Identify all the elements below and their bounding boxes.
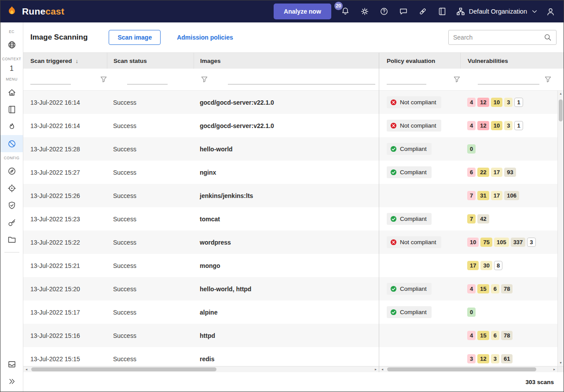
integrations-button[interactable]	[415, 4, 431, 19]
vertical-scrollbar[interactable]: ▴ ▾	[557, 91, 564, 366]
sidebar-item-image-scanning[interactable]	[0, 135, 23, 152]
scroll-left-arrow[interactable]: ◂	[23, 366, 29, 373]
vuln-badge-medium: 15	[477, 331, 489, 340]
filter-input-policy-evaluation[interactable]	[387, 75, 426, 84]
chevron-down-icon	[531, 8, 538, 15]
table-row[interactable]: 73117106	[379, 184, 564, 207]
vuln-badge-low: 3	[491, 354, 499, 363]
notifications-button[interactable]: 20	[337, 4, 353, 19]
table-row[interactable]: Compliant415678	[379, 277, 564, 300]
table-row[interactable]: 415678	[379, 324, 564, 347]
scrollbar-thumb[interactable]	[559, 99, 563, 121]
table-row[interactable]: Compliant0	[379, 137, 564, 161]
scroll-right-arrow[interactable]: ▸	[551, 366, 557, 373]
scrollbar-track[interactable]	[385, 366, 551, 372]
column-header-images[interactable]: Images	[194, 53, 379, 69]
policy-label: Not compliant	[400, 122, 436, 129]
table-row[interactable]: 13-Jul-2022 15:20Successhello-world, htt…	[23, 277, 379, 300]
horizontal-scrollbar-right[interactable]: ◂ ▸	[379, 366, 557, 372]
column-header-scan-triggered[interactable]: Scan triggered ↓	[23, 53, 107, 69]
organization-icon	[456, 7, 465, 16]
sidebar-context-count[interactable]: 1	[10, 65, 14, 73]
column-header-vulnerabilities[interactable]: Vulnerabilities	[460, 53, 564, 69]
filter-input-scan-triggered[interactable]	[30, 75, 71, 84]
table-row[interactable]: 13-Jul-2022 15:16Successhttpd	[23, 324, 379, 347]
user-menu-button[interactable]	[542, 4, 558, 19]
analyze-now-button[interactable]: Analyze now	[274, 4, 331, 19]
table-row[interactable]: 13-Jul-2022 15:26Successjenkins/jenkins:…	[23, 184, 379, 207]
sidebar-item-flame[interactable]	[0, 118, 23, 135]
table-row[interactable]: 13-Jul-2022 16:14Successgocd/gocd-server…	[23, 114, 379, 137]
sidebar-item-globe[interactable]	[0, 36, 23, 53]
sidebar-item-key[interactable]	[0, 214, 23, 231]
table-row[interactable]: Compliant0	[379, 300, 564, 324]
scrollbar-track[interactable]	[558, 97, 564, 360]
table-row[interactable]: Not compliant10751053373	[379, 231, 564, 254]
footer-bar: 303 scans	[23, 372, 564, 392]
filter-funnel-icon[interactable]	[545, 76, 551, 83]
scroll-left-arrow[interactable]: ◂	[379, 366, 385, 373]
table-row[interactable]: Not compliant4121031	[379, 114, 564, 137]
table-row[interactable]: 13-Jul-2022 15:22Successwordpress	[23, 231, 379, 254]
brand-name: Runecast	[22, 6, 64, 17]
table-row[interactable]: 13-Jul-2022 15:23Successtomcat	[23, 207, 379, 231]
scroll-up-arrow[interactable]: ▴	[558, 91, 564, 97]
vuln-badge-medium: 22	[477, 168, 489, 177]
vuln-badge-low: 6	[491, 284, 499, 293]
filter-input-vulnerabilities[interactable]	[478, 75, 539, 84]
org-selector[interactable]: Default Organization	[456, 7, 538, 16]
table-row[interactable]: 13-Jul-2022 16:14Successgocd/gocd-server…	[23, 91, 379, 114]
table-row[interactable]: 13-Jul-2022 15:21Successmongo	[23, 254, 379, 277]
scrollbar-track[interactable]	[29, 366, 373, 372]
settings-button[interactable]	[357, 4, 373, 19]
sidebar-item-home[interactable]	[0, 84, 23, 101]
sort-desc-icon: ↓	[76, 58, 79, 64]
filter-input-images[interactable]	[228, 75, 375, 84]
sidebar-item-catalog[interactable]	[0, 101, 23, 118]
vuln-badge-medium: 17	[467, 261, 479, 270]
table-row[interactable]: Compliant742	[379, 207, 564, 231]
table-row[interactable]: 13-Jul-2022 15:27Successnginx	[23, 161, 379, 184]
vuln-badge-critical: 3	[467, 354, 476, 363]
filter-cell-scan-triggered	[23, 69, 107, 90]
horizontal-scrollbar-left[interactable]: ◂ ▸	[23, 366, 379, 372]
help-button[interactable]	[376, 4, 392, 19]
sidebar-expand-button[interactable]	[0, 373, 23, 390]
table-row[interactable]: 13-Jul-2022 15:28Successhello-world	[23, 137, 379, 161]
table-row[interactable]: 13-Jul-2022 15:17Successalpine	[23, 300, 379, 324]
sidebar-item-shield[interactable]	[0, 197, 23, 214]
table-row[interactable]: 13-Jul-2022 15:15Successredis	[23, 347, 379, 366]
sidebar-item-target[interactable]	[0, 180, 23, 197]
vuln-badge-zero: 0	[467, 144, 476, 154]
tab-scan-image[interactable]: Scan image	[109, 30, 161, 45]
filter-funnel-icon[interactable]	[454, 76, 460, 83]
column-header-policy-evaluation[interactable]: Policy evaluation	[379, 53, 460, 69]
tab-admission-policies[interactable]: Admission policies	[170, 30, 240, 45]
feedback-button[interactable]	[396, 4, 411, 19]
policy-chip: Compliant	[387, 283, 432, 295]
scrollbar-thumb[interactable]	[31, 367, 216, 371]
left-rows: 13-Jul-2022 16:14Successgocd/gocd-server…	[23, 91, 379, 366]
sidebar-item-inbox[interactable]	[0, 355, 23, 373]
filter-input-scan-status[interactable]	[127, 75, 168, 84]
runecast-brand[interactable]: Runecast	[6, 5, 64, 18]
docs-button[interactable]	[434, 4, 450, 19]
scroll-right-arrow[interactable]: ▸	[373, 366, 379, 373]
scroll-down-arrow[interactable]: ▾	[558, 360, 564, 366]
cell-scan-triggered: 13-Jul-2022 15:28	[23, 146, 107, 153]
table-row[interactable]: Compliant6221793	[379, 161, 564, 184]
sidebar-item-compass[interactable]	[0, 162, 23, 180]
scrollbar-thumb[interactable]	[387, 367, 536, 371]
search-box[interactable]	[448, 30, 557, 45]
search-input[interactable]	[453, 34, 544, 41]
sidebar-menu-label: MENU	[6, 77, 18, 81]
column-header-scan-status[interactable]: Scan status	[107, 53, 194, 69]
cell-policy-evaluation: Compliant	[379, 166, 460, 178]
filter-funnel-icon[interactable]	[100, 76, 107, 83]
table-row[interactable]: 17308	[379, 254, 564, 277]
table-row[interactable]: Not compliant4121031	[379, 91, 564, 114]
vuln-badge-high: 12	[477, 121, 489, 130]
sidebar-item-folder[interactable]	[0, 231, 23, 248]
table-row[interactable]: 312361	[379, 347, 564, 366]
filter-funnel-icon[interactable]	[201, 76, 208, 83]
